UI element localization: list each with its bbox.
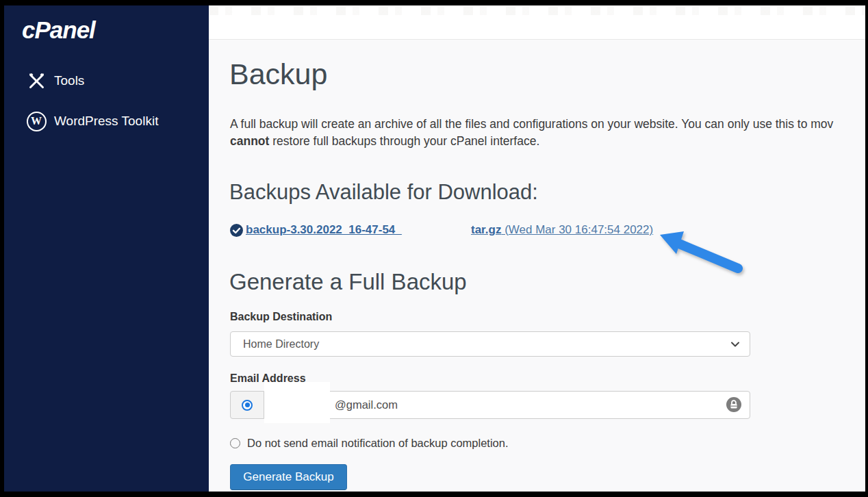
- backup-targz-link[interactable]: tar.gz (Wed Mar 30 16:47:54 2022): [471, 223, 653, 237]
- generate-backup-button[interactable]: Generate Backup: [230, 464, 347, 490]
- sidebar-item-wordpress-toolkit[interactable]: W WordPress Toolkit: [4, 110, 209, 133]
- generate-backup-heading: Generate a Full Backup: [229, 269, 467, 295]
- wordpress-icon: W: [26, 111, 47, 131]
- email-input[interactable]: [264, 391, 750, 419]
- backup-destination-label: Backup Destination: [230, 311, 332, 323]
- backup-file-link[interactable]: backup-3.30.2022_16-47-54_: [246, 223, 402, 237]
- intro-bold-cannot: cannot: [230, 134, 269, 148]
- sidebar-item-label: Tools: [54, 73, 84, 88]
- no-email-label: Do not send email notification of backup…: [247, 437, 509, 450]
- top-bar: [209, 5, 865, 40]
- lock-badge-icon[interactable]: [726, 397, 741, 412]
- radio-unchecked-icon: [230, 438, 240, 448]
- redacted-header-content: [209, 7, 865, 15]
- tools-icon: [26, 71, 47, 91]
- cpanel-logo[interactable]: cPanel: [22, 16, 95, 44]
- backups-available-heading: Backups Available for Download:: [229, 180, 538, 205]
- intro-line-1: A full backup will create an archive of …: [230, 116, 833, 133]
- backup-destination-value: Home Directory: [243, 338, 319, 351]
- sidebar-item-label: WordPress Toolkit: [54, 114, 158, 129]
- no-email-radio-row[interactable]: Do not send email notification of backup…: [230, 435, 509, 450]
- page-title: Backup: [229, 58, 327, 91]
- backup-date-label: (Wed Mar 30 16:47:54 2022): [501, 223, 653, 236]
- backup-destination-select[interactable]: Home Directory: [230, 331, 750, 357]
- intro-line-2: cannot restore full backups through your…: [230, 133, 833, 150]
- radio-checked-icon: [242, 400, 253, 411]
- intro-line-2-rest: restore full backups through your cPanel…: [269, 134, 539, 148]
- chevron-down-icon: [730, 340, 740, 352]
- sidebar-item-tools[interactable]: Tools: [4, 71, 209, 91]
- check-circle-icon: [230, 224, 243, 237]
- sidebar: cPanel Tools W WordPress Toolkit: [4, 5, 209, 492]
- backup-download-row: backup-3.30.2022_16-47-54_ tar.gz (Wed M…: [209, 223, 865, 240]
- send-email-radio[interactable]: [230, 391, 264, 419]
- main-content: Backup A full backup will create an arch…: [209, 5, 865, 492]
- backup-targz-label: tar.gz: [471, 223, 501, 236]
- redacted-email-username: [264, 382, 330, 423]
- screenshot-frame: cPanel Tools W WordPress Toolkit: [0, 0, 868, 497]
- intro-paragraph: A full backup will create an archive of …: [230, 116, 833, 149]
